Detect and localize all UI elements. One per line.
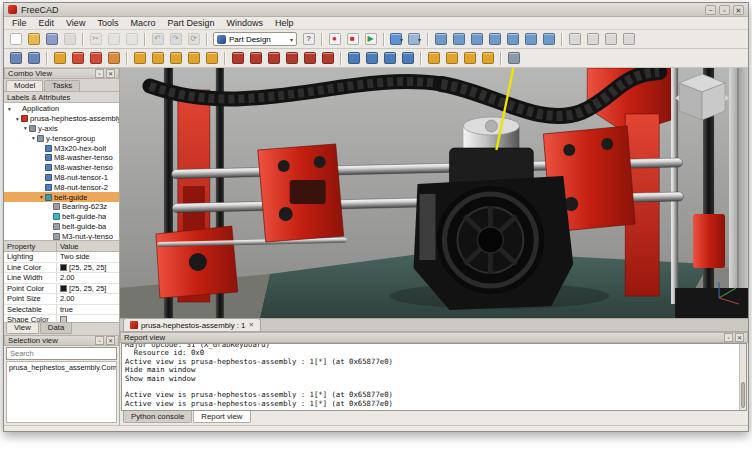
- panel-float-icon[interactable]: ▫: [724, 333, 733, 342]
- tab-report-view[interactable]: Report view: [193, 411, 250, 423]
- titlebar[interactable]: FreeCAD − ▫ ✕: [4, 3, 748, 17]
- workbench-selector[interactable]: Part Design▾: [213, 32, 297, 46]
- map-sketch-to-face-icon[interactable]: [105, 50, 122, 67]
- tree-item-m3x20-hex-bolt[interactable]: M3x20-hex-bolt: [4, 143, 119, 153]
- import-icon[interactable]: [7, 50, 24, 67]
- tab-model[interactable]: Model: [6, 80, 43, 91]
- additive-pipe-icon[interactable]: [185, 50, 202, 67]
- export-icon[interactable]: [25, 50, 42, 67]
- chamfer-icon[interactable]: [443, 50, 460, 67]
- menu-item-windows[interactable]: Windows: [220, 17, 269, 30]
- panel-close-icon[interactable]: ✕: [735, 333, 744, 342]
- selection-list-item[interactable]: prusa_hephestos_assembly.Compound...: [7, 362, 116, 373]
- view-right-icon[interactable]: [486, 31, 503, 48]
- menu-item-file[interactable]: File: [6, 17, 33, 30]
- tree-item-prusa-hephestos-assembly[interactable]: ▾prusa-hephestos-assembly: [4, 114, 119, 124]
- panel-float-icon[interactable]: ▫: [95, 336, 104, 345]
- panel-close-icon[interactable]: ✕: [106, 336, 115, 345]
- pocket-icon[interactable]: [229, 50, 246, 67]
- menu-item-tools[interactable]: Tools: [91, 17, 124, 30]
- new-document-icon[interactable]: [7, 31, 24, 48]
- tree-item-m8-nut-tensor-1[interactable]: M8-nut-tensor-1: [4, 173, 119, 183]
- view-isometric-icon[interactable]: [432, 31, 449, 48]
- property-row-shape-color[interactable]: Shape Color: [4, 315, 119, 322]
- set-colors-icon[interactable]: [566, 31, 583, 48]
- thickness-icon[interactable]: [479, 50, 496, 67]
- tab-python-console[interactable]: Python console: [123, 411, 192, 423]
- macro-record-icon[interactable]: ●: [326, 31, 343, 48]
- panel-close-icon[interactable]: ✕: [106, 69, 115, 78]
- draft-icon[interactable]: [461, 50, 478, 67]
- property-row-lighting[interactable]: LightingTwo side: [4, 252, 119, 263]
- create-sketch-icon[interactable]: [69, 50, 86, 67]
- tree-item-belt-guide-ha[interactable]: belt-guide-ha: [4, 212, 119, 222]
- property-row-selectable[interactable]: Selectabletrue: [4, 305, 119, 316]
- view-top-icon[interactable]: [468, 31, 485, 48]
- property-row-point-color[interactable]: Point Color[25, 25, 25]: [4, 284, 119, 295]
- property-row-line-color[interactable]: Line Color[25, 25, 25]: [4, 263, 119, 274]
- subtractive-primitive-icon[interactable]: [319, 50, 336, 67]
- multi-transform-icon[interactable]: [399, 50, 416, 67]
- groove-icon[interactable]: [265, 50, 282, 67]
- tree-item-m8-washer-tenso[interactable]: M8-washer-tenso: [4, 153, 119, 163]
- property-row-line-width[interactable]: Line Width2.00: [4, 273, 119, 284]
- menu-item-part-design[interactable]: Part Design: [161, 17, 220, 30]
- tab-close-icon[interactable]: ✕: [248, 321, 253, 329]
- tree-item-y-axis[interactable]: ▾y-axis: [4, 124, 119, 134]
- scrollbar-thumb[interactable]: [741, 382, 745, 408]
- mirrored-icon[interactable]: [345, 50, 362, 67]
- save-document-icon[interactable]: [43, 31, 60, 48]
- maximize-button[interactable]: ▫: [719, 5, 730, 15]
- view-front-icon[interactable]: [450, 31, 467, 48]
- tab-data[interactable]: Data: [40, 323, 72, 334]
- panel-float-icon[interactable]: ▫: [95, 69, 104, 78]
- menu-item-help[interactable]: Help: [269, 17, 300, 30]
- create-body-icon[interactable]: [51, 50, 68, 67]
- view-rear-icon[interactable]: [504, 31, 521, 48]
- toggle-clipping-icon[interactable]: [620, 31, 637, 48]
- mdi-tab-active-document[interactable]: prusa-hephestos-assembly : 1 ✕: [123, 318, 261, 331]
- subtractive-pipe-icon[interactable]: [301, 50, 318, 67]
- macro-execute-icon[interactable]: ▶: [362, 31, 379, 48]
- 3d-viewport[interactable]: [120, 68, 748, 318]
- view-left-icon[interactable]: [540, 31, 557, 48]
- menu-item-view[interactable]: View: [60, 17, 91, 30]
- tab-tasks[interactable]: Tasks: [44, 80, 80, 91]
- open-document-icon[interactable]: [25, 31, 42, 48]
- toggle-visibility-icon[interactable]: [584, 31, 601, 48]
- close-button[interactable]: ✕: [733, 5, 744, 15]
- polar-pattern-icon[interactable]: [381, 50, 398, 67]
- selection-search-input[interactable]: [6, 347, 117, 360]
- additive-primitive-icon[interactable]: [203, 50, 220, 67]
- fillet-icon[interactable]: [425, 50, 442, 67]
- subtractive-loft-icon[interactable]: [283, 50, 300, 67]
- menu-item-edit[interactable]: Edit: [33, 17, 61, 30]
- draw-style-icon[interactable]: ▾: [406, 31, 423, 48]
- box-selection-icon[interactable]: [602, 31, 619, 48]
- report-scrollbar[interactable]: [739, 344, 746, 410]
- tree-item-belt-guide-ba[interactable]: belt-guide-ba: [4, 222, 119, 232]
- tree-item-application[interactable]: ▾Application: [4, 104, 119, 114]
- report-log[interactable]: Major opcode: 31 (X_GrabKeyboard) Resour…: [121, 343, 747, 411]
- tree-item-bearing-623z[interactable]: Bearing-623z: [4, 202, 119, 212]
- tab-view[interactable]: View: [6, 323, 39, 334]
- menu-item-macro[interactable]: Macro: [124, 17, 161, 30]
- property-row-point-size[interactable]: Point Size2.00: [4, 294, 119, 305]
- boolean-operation-icon[interactable]: [505, 50, 522, 67]
- view-bottom-icon[interactable]: [522, 31, 539, 48]
- tree-item-m8-washer-tenso[interactable]: M8-washer-tenso: [4, 163, 119, 173]
- pad-icon[interactable]: [131, 50, 148, 67]
- macro-stop-icon[interactable]: ■: [344, 31, 361, 48]
- hole-icon[interactable]: [247, 50, 264, 67]
- tree-item-m3-nut-y-tenso[interactable]: M3-nut-y-tenso: [4, 231, 119, 241]
- tree-item-m8-nut-tensor-2[interactable]: M8-nut-tensor-2: [4, 182, 119, 192]
- whats-this-icon[interactable]: ?: [300, 31, 317, 48]
- tree-item-belt-guide[interactable]: ▾belt-guide: [4, 192, 119, 202]
- tree-item-y-tensor-group[interactable]: ▾y-tensor-group: [4, 133, 119, 143]
- revolution-icon[interactable]: [149, 50, 166, 67]
- minimize-button[interactable]: −: [705, 5, 716, 15]
- edit-sketch-icon[interactable]: [87, 50, 104, 67]
- fit-all-icon[interactable]: ▾: [388, 31, 405, 48]
- additive-loft-icon[interactable]: [167, 50, 184, 67]
- linear-pattern-icon[interactable]: [363, 50, 380, 67]
